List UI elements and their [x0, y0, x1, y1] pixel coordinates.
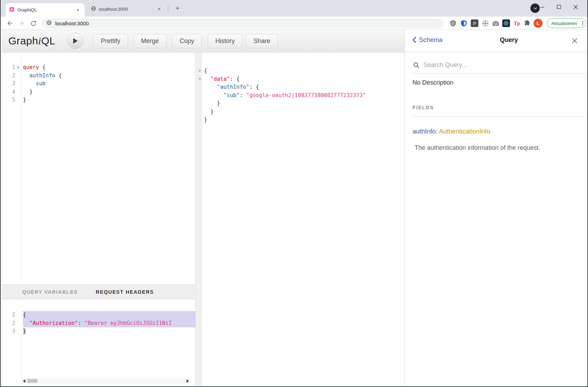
globe-icon	[46, 20, 52, 27]
close-icon	[572, 38, 578, 44]
doc-back-link[interactable]: Schema	[412, 36, 443, 44]
history-button[interactable]: History	[208, 34, 242, 48]
doc-field-description: The authentication information of the re…	[415, 144, 540, 152]
doc-close-button[interactable]	[571, 37, 578, 44]
doc-no-description: No Description	[412, 79, 453, 86]
tab-title: localhost:3000	[99, 7, 153, 12]
doc-fields-divider	[412, 117, 585, 117]
reload-button[interactable]	[29, 19, 37, 27]
tab-title: GraphiQL	[17, 7, 72, 12]
extensions-puzzle-icon[interactable]	[523, 19, 531, 27]
browser-titlebar: GraphiQL × localhost:3000 × +	[1, 0, 587, 17]
minimize-icon	[540, 5, 545, 9]
headers-editor-code[interactable]: { "Authorization": "Bearer eyJhbGciOiJSU…	[1, 299, 195, 386]
tab-separator	[168, 6, 168, 12]
result-viewer-code: { "data": { "authInfo": { "sub": "google…	[196, 52, 406, 386]
forward-arrow-icon	[18, 20, 25, 27]
react-devtools-icon[interactable]	[502, 19, 510, 27]
query-editor-code[interactable]: query { authInfo { sub }}	[1, 52, 195, 284]
doc-explorer-header: Schema Query	[405, 30, 587, 52]
address-bar[interactable]: localhost:3000	[42, 18, 444, 28]
copy-button[interactable]: Copy	[172, 34, 202, 48]
play-icon	[73, 38, 78, 44]
kebab-menu-icon[interactable]	[582, 21, 583, 26]
profile-avatar[interactable]: L	[534, 19, 543, 28]
tab-query-variables[interactable]: QUERY VARIABLES	[22, 289, 78, 295]
result-viewer: { "data": { "authInfo": { "sub": "google…	[196, 52, 406, 386]
tab-request-headers[interactable]: REQUEST HEADERS	[96, 289, 154, 295]
browser-tab-localhost[interactable]: localhost:3000 ×	[88, 4, 165, 14]
request-headers-editor[interactable]: 123 { "Authorization": "Bearer eyJhbGciO…	[1, 299, 195, 386]
maximize-icon	[557, 5, 561, 9]
secondary-editor-tabs: QUERY VARIABLES REQUEST HEADERS	[1, 284, 195, 299]
refresh-label: Aktualisieren	[551, 21, 582, 26]
doc-search-input[interactable]	[424, 61, 587, 69]
doc-explorer-panel: Schema Query No Description FIELDS authI…	[404, 30, 587, 386]
refresh-extension-button[interactable]: Aktualisieren	[547, 18, 586, 28]
graphql-logo-icon	[9, 7, 15, 13]
window-close-button[interactable]	[568, 0, 583, 14]
browser-tab-graphiql[interactable]: GraphiQL ×	[6, 3, 85, 17]
window-maximize-button[interactable]	[551, 0, 567, 14]
forward-button[interactable]	[17, 19, 26, 27]
back-button[interactable]	[6, 19, 14, 27]
share-button[interactable]: Share	[246, 34, 278, 48]
search-icon	[413, 62, 419, 68]
scroll-left-arrow-icon[interactable]	[23, 379, 25, 383]
doc-field-type-link[interactable]: AuthenticationInfo	[439, 128, 490, 135]
doc-field-name-link[interactable]: authInfo	[412, 128, 436, 135]
graphiql-toolbar: GraphiQL Prettify Merge Copy History Sha…	[1, 30, 406, 52]
doc-title: Query	[493, 36, 525, 44]
extension-p-icon[interactable]: P	[471, 19, 478, 27]
doc-search-row	[412, 57, 587, 74]
extension-tp-icon[interactable]: Tp	[513, 19, 521, 27]
doc-field-row: authInfo: AuthenticationInfo	[412, 128, 490, 135]
tab-close-icon[interactable]: ×	[75, 7, 81, 13]
address-url: localhost:3000	[55, 20, 89, 26]
graphiql-workspace: 12345 query { authInfo { sub }} QUERY VA…	[1, 52, 406, 386]
query-pane: 12345 query { authInfo { sub }} QUERY VA…	[1, 52, 195, 386]
crosshair-capture-icon[interactable]	[482, 19, 489, 27]
graphiql-logo: GraphiQL	[8, 35, 56, 47]
merge-button[interactable]: Merge	[134, 34, 167, 48]
ublock-shield-icon[interactable]	[449, 19, 457, 27]
browser-navbar: localhost:3000 P Tp L Aktualisieren	[1, 17, 587, 30]
camera-screenshot-icon[interactable]	[492, 19, 500, 27]
back-arrow-icon	[6, 20, 13, 27]
window-minimize-button[interactable]	[534, 0, 550, 14]
execute-query-button[interactable]	[67, 33, 83, 49]
browser-window: GraphiQL × localhost:3000 × +	[0, 0, 588, 387]
horizontal-scrollbar[interactable]	[22, 378, 190, 384]
scroll-right-arrow-icon[interactable]	[187, 379, 189, 383]
query-editor[interactable]: 12345 query { authInfo { sub }}	[1, 52, 195, 284]
chevron-left-icon	[412, 37, 416, 43]
globe-icon	[91, 6, 96, 12]
doc-back-label: Schema	[419, 36, 443, 44]
doc-fields-heading: FIELDS	[412, 105, 434, 110]
new-tab-button[interactable]: +	[173, 4, 182, 13]
tab-close-icon[interactable]: ×	[156, 6, 162, 12]
scrollbar-thumb[interactable]	[27, 379, 37, 383]
doc-field-separator: :	[436, 128, 439, 135]
close-icon	[573, 5, 578, 9]
bitwarden-shield-icon[interactable]	[460, 19, 468, 27]
reload-icon	[30, 20, 37, 27]
prettify-button[interactable]: Prettify	[93, 34, 128, 48]
result-pane: { "data": { "authInfo": { "sub": "google…	[195, 52, 406, 386]
